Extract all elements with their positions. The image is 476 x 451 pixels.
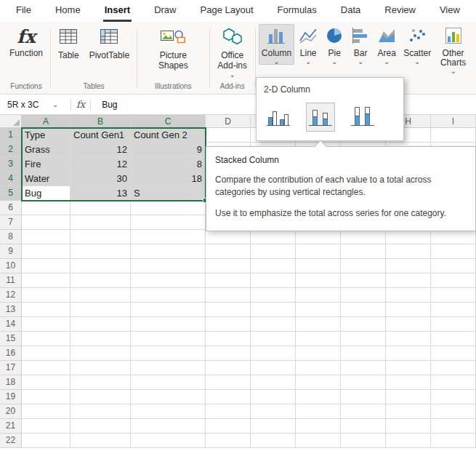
cell-D19[interactable]: [206, 390, 251, 404]
cell-G12[interactable]: [341, 288, 386, 303]
tab-draw[interactable]: Draw: [153, 0, 177, 22]
cell-D11[interactable]: [206, 274, 251, 288]
cell-C12[interactable]: [131, 288, 206, 303]
cell-C19[interactable]: [131, 390, 206, 404]
cell-H15[interactable]: [386, 332, 431, 346]
cell-H21[interactable]: [386, 419, 431, 434]
cell-C5[interactable]: S: [131, 186, 206, 201]
tab-view[interactable]: View: [438, 0, 461, 22]
cell-C20[interactable]: [131, 404, 206, 419]
clustered-column-option[interactable]: [264, 103, 293, 132]
column-header-D[interactable]: D: [206, 115, 251, 128]
cell-E8[interactable]: [251, 230, 296, 244]
cell-I16[interactable]: [431, 346, 476, 361]
cell-B1[interactable]: Count Gen1: [70, 128, 131, 143]
cell-B15[interactable]: [70, 332, 131, 346]
cell-D8[interactable]: [206, 230, 251, 244]
picture-shapes-button[interactable]: Picture Shapes: [140, 24, 206, 73]
cell-E9[interactable]: [251, 244, 296, 259]
cell-F15[interactable]: [296, 332, 341, 346]
cell-B13[interactable]: [70, 303, 131, 317]
cell-C14[interactable]: [131, 317, 206, 332]
column-header-I[interactable]: I: [431, 115, 476, 128]
cell-A3[interactable]: Fire: [22, 157, 70, 172]
row-header-14[interactable]: 14: [0, 317, 22, 332]
cell-F21[interactable]: [296, 419, 341, 434]
cell-I1[interactable]: [431, 128, 476, 143]
cell-F19[interactable]: [296, 390, 341, 404]
cell-G8[interactable]: [341, 230, 386, 244]
cell-I12[interactable]: [431, 288, 476, 303]
cell-G11[interactable]: [341, 274, 386, 288]
cell-E16[interactable]: [251, 346, 296, 361]
cell-G18[interactable]: [341, 375, 386, 390]
cell-A1[interactable]: Type: [22, 128, 70, 143]
row-header-11[interactable]: 11: [0, 274, 22, 288]
cell-I17[interactable]: [431, 361, 476, 375]
cell-B19[interactable]: [70, 390, 131, 404]
cell-H17[interactable]: [386, 361, 431, 375]
cell-B21[interactable]: [70, 419, 131, 434]
cell-E13[interactable]: [251, 303, 296, 317]
name-box-chevron-icon[interactable]: ⌄: [52, 100, 65, 108]
cell-B20[interactable]: [70, 404, 131, 419]
cell-G21[interactable]: [341, 419, 386, 434]
cell-A15[interactable]: [22, 332, 70, 346]
column-header-B[interactable]: B: [70, 115, 131, 128]
cell-A6[interactable]: [22, 201, 70, 215]
cell-G9[interactable]: [341, 244, 386, 259]
cell-E12[interactable]: [251, 288, 296, 303]
cell-B7[interactable]: [70, 215, 131, 230]
cell-F13[interactable]: [296, 303, 341, 317]
tab-insert[interactable]: Insert: [103, 0, 132, 22]
cell-H20[interactable]: [386, 404, 431, 419]
cell-A2[interactable]: Grass: [22, 143, 70, 157]
cell-F11[interactable]: [296, 274, 341, 288]
cell-E19[interactable]: [251, 390, 296, 404]
row-header-4[interactable]: 4: [0, 172, 22, 186]
cell-H16[interactable]: [386, 346, 431, 361]
cell-A18[interactable]: [22, 375, 70, 390]
line-button[interactable]: Line⌄: [296, 24, 320, 65]
cell-C13[interactable]: [131, 303, 206, 317]
row-header-3[interactable]: 3: [0, 157, 22, 172]
cell-I11[interactable]: [431, 274, 476, 288]
cell-A8[interactable]: [22, 230, 70, 244]
column-button[interactable]: Column⌄: [259, 24, 294, 65]
cell-C6[interactable]: [131, 201, 206, 215]
cell-G15[interactable]: [341, 332, 386, 346]
cell-F20[interactable]: [296, 404, 341, 419]
100-percent-stacked-column-option[interactable]: [348, 103, 377, 132]
cell-A17[interactable]: [22, 361, 70, 375]
office-addins-button[interactable]: Office Add-ins ⌄: [213, 24, 252, 79]
cell-D20[interactable]: [206, 404, 251, 419]
cell-F22[interactable]: [296, 434, 341, 448]
row-header-15[interactable]: 15: [0, 332, 22, 346]
column-header-C[interactable]: C: [131, 115, 206, 128]
cell-A11[interactable]: [22, 274, 70, 288]
area-button[interactable]: Area⌄: [374, 24, 399, 65]
cell-B3[interactable]: 12: [70, 157, 131, 172]
cell-I13[interactable]: [431, 303, 476, 317]
cell-C8[interactable]: [131, 230, 206, 244]
cell-A10[interactable]: [22, 259, 70, 274]
cell-F10[interactable]: [296, 259, 341, 274]
function-button[interactable]: fx Function: [5, 24, 47, 60]
row-header-21[interactable]: 21: [0, 419, 22, 434]
cell-D15[interactable]: [206, 332, 251, 346]
tab-review[interactable]: Review: [383, 0, 417, 22]
scatter-button[interactable]: Scatter⌄: [400, 24, 434, 65]
tab-page-layout[interactable]: Page Layout: [199, 0, 255, 22]
formula-input[interactable]: Bug: [96, 100, 117, 110]
cell-H8[interactable]: [386, 230, 431, 244]
row-header-9[interactable]: 9: [0, 244, 22, 259]
cell-B12[interactable]: [70, 288, 131, 303]
pivottable-button[interactable]: PivotTable: [85, 24, 134, 63]
cell-B18[interactable]: [70, 375, 131, 390]
cell-E21[interactable]: [251, 419, 296, 434]
cell-E10[interactable]: [251, 259, 296, 274]
row-header-19[interactable]: 19: [0, 390, 22, 404]
cell-B11[interactable]: [70, 274, 131, 288]
cell-G10[interactable]: [341, 259, 386, 274]
table-button[interactable]: Table: [54, 24, 84, 63]
